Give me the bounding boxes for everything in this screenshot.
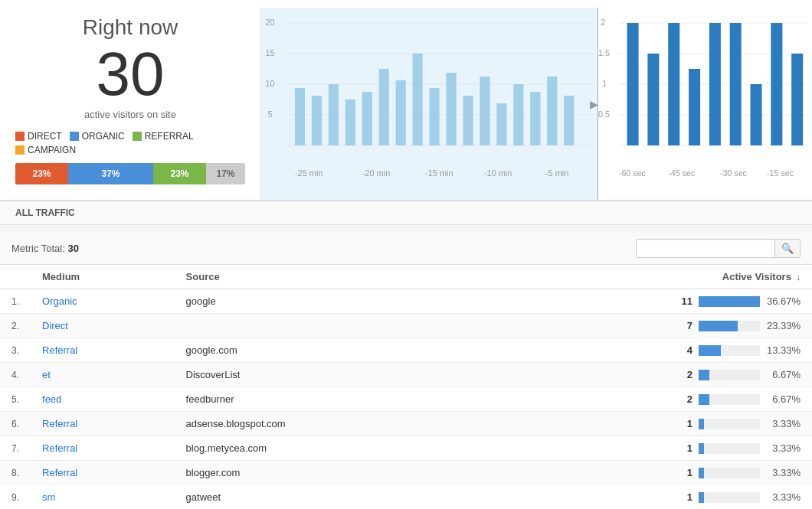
table-row: 2. Direct 7 23.33% <box>0 314 812 338</box>
row-num: 2. <box>0 314 31 338</box>
svg-rect-13 <box>362 92 372 145</box>
row-num: 3. <box>0 338 31 363</box>
legend-referral: REFERRAL <box>133 131 194 142</box>
visitor-count: 1 <box>677 491 692 503</box>
medium-link[interactable]: Direct <box>42 320 68 331</box>
svg-rect-14 <box>379 69 389 145</box>
row-num: 6. <box>0 412 31 436</box>
svg-text:-60 sec: -60 sec <box>619 169 646 178</box>
visitor-count: 4 <box>677 344 692 356</box>
table-row: 1. Organic google 11 36.67% <box>0 289 812 314</box>
row-visitors: 2 6.67% <box>465 387 812 412</box>
chart-left: 20 15 10 5 <box>261 8 598 200</box>
metric-header: Metric Total: 30 🔍 <box>0 233 812 265</box>
row-visitors: 1 3.33% <box>465 436 812 461</box>
visitor-bar <box>699 443 760 454</box>
percent-text: 3.33% <box>766 418 801 429</box>
row-num: 9. <box>0 485 31 510</box>
svg-rect-12 <box>345 100 355 145</box>
legend-organic-label: ORGANIC <box>82 131 125 142</box>
svg-text:10: 10 <box>265 80 274 87</box>
visitor-count: 1 <box>677 467 692 478</box>
chart-arrow: ▶ <box>590 98 598 110</box>
percent-text: 3.33% <box>766 442 801 454</box>
medium-link[interactable]: Organic <box>42 295 77 307</box>
visitor-bar <box>699 370 760 380</box>
svg-rect-40 <box>627 23 639 145</box>
medium-link[interactable]: Referral <box>42 418 77 429</box>
medium-link[interactable]: et <box>42 369 51 380</box>
svg-text:-30 sec: -30 sec <box>720 169 747 178</box>
bar-fill <box>699 419 704 429</box>
svg-text:0.5: 0.5 <box>598 110 610 119</box>
medium-link[interactable]: Referral <box>42 442 77 454</box>
row-source: gatweet <box>175 485 466 510</box>
col-medium: Medium <box>31 265 175 289</box>
row-visitors: 11 36.67% <box>465 289 812 314</box>
svg-text:-10 min: -10 min <box>484 169 512 177</box>
table-row: 5. feed feedburner 2 6.67% <box>0 387 812 412</box>
svg-rect-25 <box>564 96 574 145</box>
visitor-count: 1 <box>677 442 692 454</box>
col-source: Source <box>175 265 466 289</box>
row-medium: Referral <box>31 461 175 485</box>
metric-value: 30 <box>67 243 78 254</box>
svg-text:-5 min: -5 min <box>545 169 569 177</box>
metric-label: Metric Total: 30 <box>11 243 636 254</box>
row-source: google <box>175 289 466 314</box>
visitor-bar <box>699 468 760 478</box>
right-chart-svg: 2 1.5 1 0.5 -60 sec -45 sec -30 sec -15 … <box>598 11 812 180</box>
svg-text:-15 sec: -15 sec <box>767 169 794 178</box>
visitor-bar <box>699 492 760 503</box>
svg-rect-19 <box>463 96 473 145</box>
search-input[interactable] <box>637 240 774 257</box>
visitor-count: 7 <box>677 320 692 331</box>
active-visitors-label: active visitors on site <box>15 109 245 120</box>
row-medium: Referral <box>31 436 175 461</box>
left-chart-svg: 20 15 10 5 <box>261 11 598 180</box>
svg-rect-42 <box>668 23 679 145</box>
svg-text:1: 1 <box>602 80 607 88</box>
legend-campaign-label: CAMPAIGN <box>28 145 76 155</box>
referral-color <box>133 132 142 141</box>
row-medium: sm <box>31 485 175 510</box>
visitor-bar <box>699 296 760 307</box>
data-table: Medium Source Active Visitors ↓ 1. Organ… <box>0 265 812 509</box>
medium-link[interactable]: Referral <box>42 344 77 356</box>
bar-fill <box>699 443 704 454</box>
medium-link[interactable]: Referral <box>42 467 77 478</box>
percent-text: 3.33% <box>766 467 801 478</box>
svg-rect-41 <box>647 54 659 145</box>
bar-fill <box>699 370 709 380</box>
percent-text: 6.67% <box>766 369 801 380</box>
table-row: 7. Referral blog.metycea.com 1 3.33% <box>0 436 812 461</box>
svg-rect-45 <box>730 23 742 145</box>
row-medium: feed <box>31 387 175 412</box>
svg-rect-44 <box>709 23 721 145</box>
svg-rect-16 <box>413 54 423 145</box>
svg-rect-46 <box>751 84 762 145</box>
visitor-bar <box>699 321 760 331</box>
svg-rect-10 <box>312 96 322 145</box>
search-button[interactable]: 🔍 <box>774 240 800 257</box>
col-visitors[interactable]: Active Visitors ↓ <box>465 265 812 289</box>
visitor-count: 1 <box>677 418 692 429</box>
visitor-count: 11 <box>677 295 692 307</box>
legend-campaign: CAMPAIGN <box>15 145 76 155</box>
medium-link[interactable]: feed <box>42 393 61 405</box>
svg-text:5: 5 <box>268 110 273 118</box>
visitor-bar <box>699 345 760 356</box>
search-box[interactable]: 🔍 <box>636 239 801 258</box>
row-visitors: 1 3.33% <box>465 461 812 485</box>
all-traffic-label: ALL TRAFFIC <box>0 201 812 225</box>
bar-fill <box>699 296 760 307</box>
row-source: google.com <box>175 338 466 363</box>
svg-rect-15 <box>396 80 406 145</box>
chart-area: 20 15 10 5 <box>260 8 812 200</box>
row-visitors: 2 6.67% <box>465 363 812 387</box>
medium-link[interactable]: sm <box>42 491 55 503</box>
row-visitors: 1 3.33% <box>465 412 812 436</box>
bar-fill <box>699 492 704 503</box>
legend-organic: ORGANIC <box>70 131 125 142</box>
svg-rect-48 <box>791 54 803 145</box>
